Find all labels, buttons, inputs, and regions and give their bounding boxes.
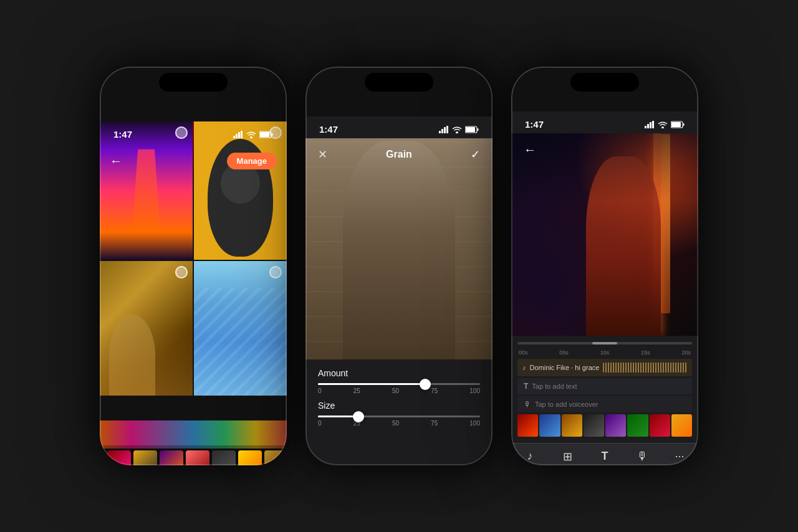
phone-1-content: 1:47 ← Manage [100,121,287,465]
amount-ticks: 0 25 50 75 100 [318,387,480,394]
music-track-name: Dominic Fike · hi grace [530,364,600,371]
photo-cell-sky[interactable] [194,261,287,396]
svg-rect-3 [241,131,243,138]
thumb-4[interactable] [186,450,209,465]
more-label: More [673,465,687,465]
status-bar-3: 1:47 [511,112,698,133]
svg-rect-6 [272,133,273,136]
waveform [603,363,687,373]
thumb-1[interactable] [107,450,131,465]
tick-100: 100 [469,387,480,394]
person-silhouette-2 [343,141,455,359]
signal-icon [233,131,243,138]
manage-button[interactable]: Manage [227,153,277,169]
status-icons-2 [439,126,479,133]
ruler-20s: 20s [681,349,691,356]
svg-rect-14 [645,126,647,128]
phone-1: 1:47 ← Manage [100,67,287,465]
voiceover-placeholder: Tap to add voiceover [535,401,598,408]
signal-icon-2 [439,126,449,133]
toolbar-voiceover[interactable]: 🎙 Voiceover [623,447,661,465]
text-placeholder: Tap to add text [532,382,577,390]
size-label: Size [318,401,480,411]
status-bar-2: 1:47 [305,116,493,138]
svg-rect-2 [238,132,240,138]
size-slider-track[interactable] [318,416,480,417]
clip-2[interactable] [539,414,560,437]
close-button[interactable]: ✕ [318,148,327,161]
voiceover-track[interactable]: 🎙 Tap to add voiceover [517,396,692,412]
svg-rect-13 [478,128,479,131]
back-button-1[interactable]: ← [110,154,122,168]
timeline-drag-bar[interactable] [517,342,692,344]
clip-8[interactable] [671,414,692,437]
more-icon: ··· [675,450,684,463]
car-silhouette [109,315,156,396]
svg-rect-9 [444,127,446,133]
voiceover-icon: 🎙 [637,450,648,463]
sliders-section: Amount 0 25 50 75 100 Size [305,359,493,427]
ruler-10s: 10s [600,349,610,356]
clip-7[interactable] [650,414,670,437]
voiceover-label: Voiceover [628,465,656,465]
back-button-3[interactable]: ← [524,143,536,157]
battery-icon-3 [671,121,685,128]
clip-1[interactable] [517,414,538,437]
toolbar-clips[interactable]: ⊞ Clips [549,447,586,465]
timeline-handle [592,342,617,344]
music-icon: ♪ [527,450,533,463]
amount-slider-track[interactable] [318,383,480,385]
time-2: 1:47 [319,124,338,135]
status-icons-1 [233,131,273,138]
toolbar-music[interactable]: ♪ Music [511,447,549,465]
thumb-7[interactable] [264,450,287,465]
ruler-15s: 15s [641,349,650,356]
clip-5[interactable] [605,414,626,437]
svg-rect-16 [650,122,651,128]
text-icon: T [524,382,528,391]
select-circle-4 [269,266,282,278]
size-tick-0: 0 [318,420,322,427]
ruler-00s: 00s [519,349,528,356]
toolbar-more[interactable]: ··· More [661,447,698,465]
confirm-button[interactable]: ✓ [471,148,480,161]
svg-rect-8 [441,129,443,133]
size-tick-50: 50 [392,420,399,427]
toolbar-text[interactable]: T Text [586,447,623,465]
signal-icon-3 [645,121,655,128]
svg-rect-10 [446,126,448,133]
tick-50: 50 [392,387,399,394]
phone-2-content: 1:47 ✕ Grain ✓ [305,116,493,465]
size-slider-thumb[interactable] [353,411,364,422]
dynamic-island-3 [570,73,639,92]
time-3: 1:47 [525,119,544,130]
grain-title: Grain [386,149,412,160]
music-track[interactable]: ♪ Dominic Fike · hi grace [517,359,692,376]
text-track[interactable]: T Tap to add text [517,378,692,394]
tick-75: 75 [431,387,438,394]
size-tick-100: 100 [469,420,480,427]
clip-4[interactable] [584,414,604,437]
photo-cell-car[interactable] [100,261,193,396]
svg-rect-7 [439,131,441,133]
tick-0: 0 [318,387,322,394]
svg-rect-17 [652,121,654,128]
amount-label: Amount [318,368,480,378]
battery-icon-2 [465,126,479,133]
select-circle-3 [175,266,188,278]
thumb-3[interactable] [160,450,183,465]
battery-icon [259,131,273,138]
clip-6[interactable] [627,414,648,437]
svg-rect-0 [233,136,235,138]
thumb-2[interactable] [133,450,157,465]
thumb-6[interactable] [238,450,262,465]
clip-3[interactable] [562,414,582,437]
clips-strip [517,414,692,437]
status-bar-1: 1:47 [100,121,287,143]
amount-slider-thumb[interactable] [420,379,431,390]
thumb-5[interactable] [212,450,236,465]
mic-icon: 🎙 [524,400,531,409]
svg-rect-5 [260,132,269,137]
svg-rect-20 [683,123,685,126]
dynamic-island-1 [159,73,228,92]
